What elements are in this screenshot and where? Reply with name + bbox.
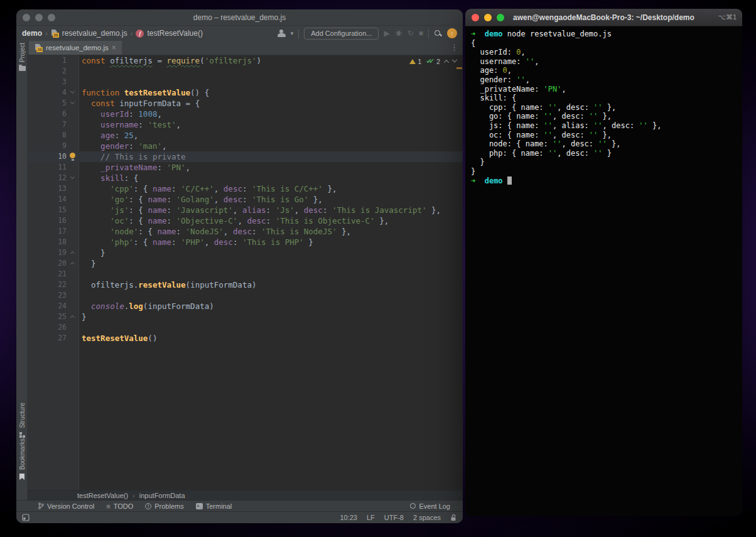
code-line-23[interactable]: 23 [28, 290, 463, 301]
update-notification-icon[interactable]: ↑ [447, 28, 457, 38]
code-line-8[interactable]: 8 age: 25, [28, 130, 463, 141]
user-profile-icon[interactable] [278, 30, 286, 38]
line-number[interactable]: 7 [28, 119, 67, 130]
more-options-icon[interactable]: ⋮ [450, 43, 458, 52]
gutter-fold-cell[interactable] [67, 98, 79, 109]
gutter-fold-cell[interactable] [67, 87, 79, 98]
line-number[interactable]: 3 [28, 77, 67, 87]
sidebar-item-project[interactable]: Project [16, 43, 28, 71]
code-line-5[interactable]: 5 const inputFormData = { [28, 98, 463, 109]
line-number[interactable]: 24 [28, 301, 67, 312]
code-line-20[interactable]: 20 } [28, 258, 463, 269]
sidebar-item-structure[interactable]: Structure [16, 403, 28, 438]
code-line-14[interactable]: 14 'go': { name: 'Golang', desc: 'This i… [28, 194, 463, 205]
code-line-22[interactable]: 22 ofilterjs.resetValue(inputFormData) [28, 279, 463, 290]
inspection-warnings[interactable]: 1 [409, 58, 421, 65]
debug-bug-icon[interactable] [395, 29, 402, 38]
toolwindow-todo[interactable]: ≡ TODO [106, 502, 133, 510]
minimize-window-icon[interactable] [484, 14, 492, 21]
line-number[interactable]: 6 [28, 109, 67, 119]
line-number[interactable]: 13 [28, 183, 67, 194]
close-window-icon[interactable] [23, 14, 30, 21]
line-number[interactable]: 22 [28, 279, 67, 290]
fold-marker-icon[interactable] [70, 89, 75, 94]
code-line-10[interactable]: 10 // This is private [28, 151, 463, 162]
chevron-down-icon[interactable]: ▾ [291, 30, 294, 36]
write-lock-icon[interactable] [450, 514, 457, 521]
fold-marker-icon[interactable] [70, 251, 75, 256]
gutter-fold-cell[interactable] [67, 173, 79, 183]
line-number[interactable]: 27 [28, 333, 67, 344]
prev-problem-icon[interactable] [444, 60, 449, 65]
fold-marker-icon[interactable] [70, 315, 75, 320]
run-icon[interactable]: ▶ [384, 30, 389, 37]
code-line-7[interactable]: 7 username: 'test', [28, 119, 463, 130]
next-problem-icon[interactable] [452, 57, 457, 62]
zoom-window-icon[interactable] [48, 14, 55, 21]
intention-bulb-icon[interactable] [70, 153, 75, 158]
code-line-3[interactable]: 3 [28, 77, 463, 87]
code-line-11[interactable]: 11 _privateName: 'PN', [28, 162, 463, 173]
code-line-13[interactable]: 13 'cpp': { name: 'C/C++', desc: 'This i… [28, 183, 463, 194]
line-number[interactable]: 19 [28, 247, 67, 258]
indent-setting[interactable]: 2 spaces [413, 514, 441, 521]
line-number[interactable]: 9 [28, 141, 67, 151]
add-configuration-button[interactable]: Add Configuration... [304, 28, 379, 40]
line-number[interactable]: 16 [28, 215, 67, 226]
line-number[interactable]: 17 [28, 226, 67, 237]
stop-icon[interactable]: ■ [419, 30, 423, 37]
line-ending[interactable]: LF [367, 514, 375, 521]
line-number[interactable]: 11 [28, 162, 67, 173]
toolwindow-problems[interactable]: ! Problems [145, 502, 183, 510]
line-number[interactable]: 10 [28, 151, 67, 162]
line-number[interactable]: 23 [28, 290, 67, 301]
breadcrumb-project[interactable]: demo [22, 29, 42, 38]
event-log-button[interactable]: Event Log [410, 502, 450, 510]
code-line-24[interactable]: 24 console.log(inputFormData) [28, 301, 463, 312]
line-number[interactable]: 15 [28, 205, 67, 215]
rerun-icon[interactable]: ↻ [408, 30, 414, 37]
line-number[interactable]: 20 [28, 258, 67, 269]
code-line-19[interactable]: 19 } [28, 247, 463, 258]
code-line-18[interactable]: 18 'php': { name: 'PHP', desc: 'This is … [28, 237, 463, 247]
code-line-17[interactable]: 17 'node': { name: 'NodeJS', desc: 'This… [28, 226, 463, 237]
tab-resetvalue-demo-js[interactable]: JS resetvalue_demo.js × [29, 41, 122, 55]
code-line-4[interactable]: 4function testResetValue() { [28, 87, 463, 98]
breadcrumb-scope-function[interactable]: testResetValue() [77, 492, 128, 499]
line-number[interactable]: 1 [28, 55, 67, 66]
code-line-1[interactable]: 1const ofilterjs = require('ofilterjs') [28, 55, 463, 66]
toolwindow-terminal[interactable]: >_ Terminal [196, 502, 232, 510]
code-line-2[interactable]: 2 [28, 66, 463, 77]
inspection-typos[interactable]: ✔✔ 2 [426, 57, 440, 65]
line-number[interactable]: 18 [28, 237, 67, 247]
code-line-6[interactable]: 6 userId: 1008, [28, 109, 463, 119]
line-number[interactable]: 14 [28, 194, 67, 205]
file-encoding[interactable]: UTF-8 [384, 514, 404, 521]
gutter-fold-cell[interactable] [67, 258, 79, 269]
breadcrumb-scope-variable[interactable]: inputFormData [139, 492, 185, 499]
fold-marker-icon[interactable] [70, 262, 75, 266]
line-number[interactable]: 8 [28, 130, 67, 141]
line-number[interactable]: 25 [28, 312, 67, 322]
line-number[interactable]: 26 [28, 322, 67, 333]
search-icon[interactable] [434, 30, 442, 38]
breadcrumb-function[interactable]: testResetValue() [147, 29, 202, 38]
fold-marker-icon[interactable] [70, 175, 75, 179]
close-window-icon[interactable] [472, 14, 479, 21]
sidebar-item-bookmarks[interactable]: Bookmarks [16, 438, 28, 480]
error-stripe-mark[interactable] [456, 67, 462, 69]
close-icon[interactable]: × [112, 45, 116, 51]
gutter-fold-cell[interactable] [67, 312, 79, 322]
code-line-25[interactable]: 25} [28, 312, 463, 322]
line-number[interactable]: 5 [28, 98, 67, 109]
line-number[interactable]: 21 [28, 269, 67, 279]
code-line-16[interactable]: 16 'oc': { name: 'Objective-C', desc: 'T… [28, 215, 463, 226]
code-line-9[interactable]: 9 gender: 'man', [28, 141, 463, 151]
line-number[interactable]: 12 [28, 173, 67, 183]
toolwindow-version-control[interactable]: Version Control [38, 502, 94, 510]
code-line-27[interactable]: 27testResetValue() [28, 333, 463, 344]
fold-marker-icon[interactable] [70, 100, 75, 104]
code-editor[interactable]: 1const ofilterjs = require('ofilterjs')2… [28, 55, 463, 490]
gutter-fold-cell[interactable] [67, 247, 79, 258]
code-line-26[interactable]: 26 [28, 322, 463, 333]
